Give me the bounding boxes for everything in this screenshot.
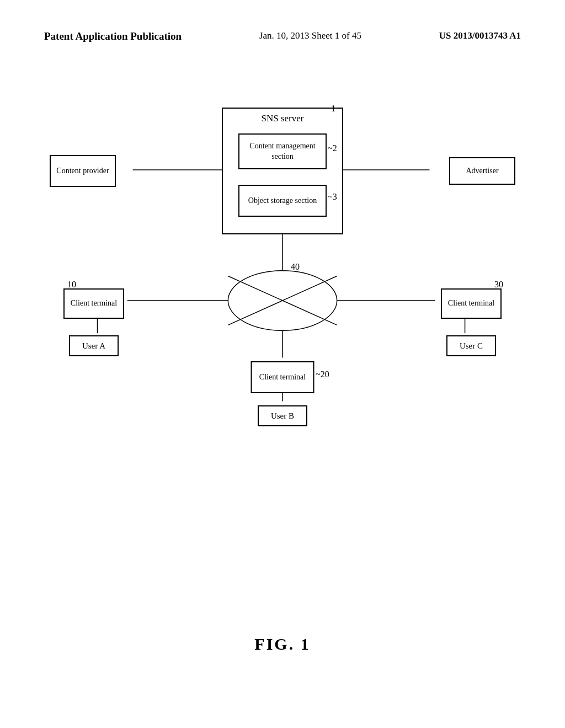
svg-line-6	[228, 276, 337, 325]
ref-3: ~3	[328, 192, 337, 202]
ref-2: ~2	[328, 143, 337, 153]
publication-type-label: Patent Application Publication	[44, 30, 182, 42]
diagram-area: SNS server Content management section Ob…	[33, 91, 532, 505]
svg-line-7	[228, 276, 337, 325]
client-terminal-right-box: Client terminal	[441, 288, 502, 319]
ref-20: ~20	[316, 370, 329, 379]
ref-1: 1	[331, 103, 336, 114]
object-storage-box: Object storage section	[238, 185, 327, 217]
user-b-box: User B	[258, 405, 307, 426]
publication-date-label: Jan. 10, 2013 Sheet 1 of 45	[259, 30, 361, 41]
ref-30: 30	[494, 280, 503, 290]
content-management-box: Content management section	[238, 133, 327, 169]
figure-label: FIG. 1	[0, 635, 565, 654]
user-a-box: User A	[69, 335, 119, 356]
content-provider-box: Content provider	[50, 155, 116, 187]
advertiser-box: Advertiser	[449, 157, 515, 185]
client-terminal-center-box: Client terminal	[251, 361, 315, 393]
publication-number-label: US 2013/0013743 A1	[439, 30, 521, 41]
svg-point-5	[228, 271, 337, 331]
ref-10: 10	[67, 280, 76, 290]
client-terminal-left-box: Client terminal	[63, 288, 124, 319]
user-c-box: User C	[446, 335, 496, 356]
ref-40: 40	[291, 262, 300, 272]
sns-server-label: SNS server	[223, 113, 342, 124]
sns-server-container: SNS server Content management section Ob…	[222, 108, 343, 234]
